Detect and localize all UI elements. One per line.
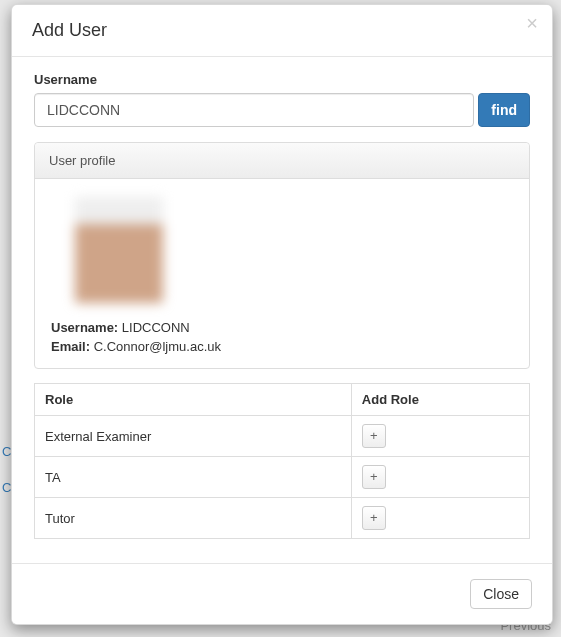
roles-table: Role Add Role External Examiner + TA + [34, 383, 530, 539]
profile-username-value: LIDCCONN [122, 320, 190, 335]
modal-body: Username find User profile Username: LID… [12, 57, 552, 554]
role-cell: TA [35, 457, 352, 498]
modal-header: Add User × [12, 5, 552, 57]
username-label: Username [34, 72, 530, 87]
add-user-modal: Add User × Username find User profile Us… [11, 4, 553, 625]
role-cell: External Examiner [35, 416, 352, 457]
username-row: find [34, 93, 530, 127]
add-role-cell: + [351, 416, 529, 457]
avatar-container [51, 193, 513, 316]
user-profile-panel: User profile Username: LIDCCONN Email: C… [34, 142, 530, 369]
username-input[interactable] [34, 93, 474, 127]
add-role-cell: + [351, 457, 529, 498]
table-row: Tutor + [35, 498, 530, 539]
avatar [75, 197, 163, 303]
profile-username-line: Username: LIDCCONN [51, 320, 513, 335]
add-role-button[interactable]: + [362, 506, 386, 530]
profile-username-label: Username: [51, 320, 118, 335]
role-cell: Tutor [35, 498, 352, 539]
col-add-role: Add Role [351, 384, 529, 416]
user-profile-panel-header: User profile [35, 143, 529, 179]
user-profile-panel-body: Username: LIDCCONN Email: C.Connor@ljmu.… [35, 179, 529, 368]
add-role-cell: + [351, 498, 529, 539]
profile-email-line: Email: C.Connor@ljmu.ac.uk [51, 339, 513, 354]
close-icon[interactable]: × [526, 13, 538, 33]
col-role: Role [35, 384, 352, 416]
profile-email-label: Email: [51, 339, 90, 354]
modal-title: Add User [32, 20, 532, 41]
table-row: TA + [35, 457, 530, 498]
table-row: External Examiner + [35, 416, 530, 457]
table-header-row: Role Add Role [35, 384, 530, 416]
close-button[interactable]: Close [470, 579, 532, 609]
add-role-button[interactable]: + [362, 465, 386, 489]
add-role-button[interactable]: + [362, 424, 386, 448]
modal-footer: Close [12, 563, 552, 624]
find-button[interactable]: find [478, 93, 530, 127]
profile-email-value: C.Connor@ljmu.ac.uk [94, 339, 221, 354]
